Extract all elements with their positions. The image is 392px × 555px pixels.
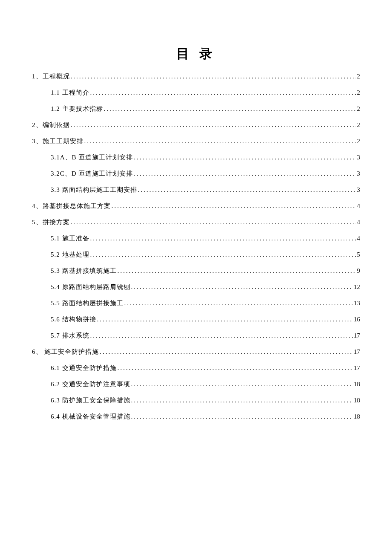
toc-entry: 5.1 施工准备4 [32,233,360,243]
toc-entry: 1.1 工程简介2 [32,87,360,98]
toc-entry-label: 3、施工工期安排 [32,136,84,146]
toc-dot-leader [89,233,356,243]
toc-entry-label: 3.3 路面结构层施工工期安排 [51,185,137,195]
toc-dot-leader [89,249,356,260]
toc-entry: 3.3 路面结构层施工工期安排3 [32,185,360,195]
toc-dot-leader [96,314,353,324]
toc-entry-page: 9 [356,266,360,276]
toc-dot-leader [70,120,356,130]
toc-entry-page: 18 [353,379,360,389]
toc-entry: 5.4 原路面结构层路肩铣刨12 [32,282,360,292]
toc-entry: 6.3 防护施工安全保障措施18 [32,395,360,405]
toc-entry-label: 4、路基拼接总体施工方案 [32,201,111,211]
toc-entry-page: 2 [356,71,360,81]
toc-dot-leader [137,185,356,195]
toc-entry-label: 5.1 施工准备 [51,233,89,243]
toc-entry-label: 5.3 路基拼接填筑施工 [51,266,117,276]
toc-dot-leader [89,87,356,98]
toc-entry-page: 3 [356,185,360,195]
toc-entry-label: 6、 施工安全防护措施 [32,347,99,357]
toc-entry-label: 1、工程概况 [32,71,70,81]
toc-dot-leader [130,379,353,389]
toc-entry: 3.1A、B 匝道施工计划安排3 [32,152,360,162]
toc-dot-leader [117,266,356,276]
toc-entry: 1.2 主要技术指标2 [32,104,360,114]
toc-entry: 2、编制依据2 [32,120,360,130]
toc-entry-label: 1.2 主要技术指标 [51,104,103,114]
toc-entry: 6.1 交通安全防护措施17 [32,363,360,373]
toc-dot-leader [130,395,353,405]
toc-entry-label: 5.6 结构物拼接 [51,314,96,324]
toc-entry-page: 17 [353,347,360,357]
toc-entry-page: 5 [356,249,360,260]
toc-entry: 3、施工工期安排2 [32,136,360,146]
toc-entry-page: 2 [356,104,360,114]
table-of-contents: 1、工程概况21.1 工程简介21.2 主要技术指标22、编制依据23、施工工期… [32,71,360,422]
toc-entry: 5.5 路面结构层拼接施工13 [32,298,360,308]
toc-entry-page: 17 [353,330,360,341]
toc-entry-page: 4 [356,201,360,211]
toc-entry-label: 5.5 路面结构层拼接施工 [51,298,124,308]
toc-dot-leader [130,282,353,292]
toc-dot-leader [103,104,356,114]
toc-entry-label: 6.1 交通安全防护措施 [51,363,117,373]
toc-entry-label: 5.7 排水系统 [51,330,89,341]
top-horizontal-rule [34,30,358,30]
toc-entry-label: 5.2 地基处理 [51,249,89,260]
toc-entry-label: 5、拼接方案 [32,217,70,227]
toc-entry-page: 2 [356,87,360,98]
toc-entry-label: 5.4 原路面结构层路肩铣刨 [51,282,130,292]
toc-entry: 6、 施工安全防护措施17 [32,347,360,357]
toc-entry-page: 2 [356,136,360,146]
toc-entry: 5.3 路基拼接填筑施工9 [32,266,360,276]
toc-dot-leader [133,168,356,179]
toc-entry-page: 18 [353,411,360,422]
toc-dot-leader [124,298,353,308]
toc-entry-page: 13 [353,298,360,308]
toc-dot-leader [111,201,356,211]
toc-entry: 5、拼接方案4 [32,217,360,227]
toc-entry-label: 1.1 工程简介 [51,87,89,98]
toc-entry-page: 16 [353,314,360,324]
toc-entry-label: 6.4 机械设备安全管理措施 [51,411,130,422]
toc-entry-label: 6.2 交通安全防护注意事项 [51,379,130,389]
toc-entry-page: 18 [353,395,360,405]
toc-dot-leader [89,330,353,341]
toc-entry: 6.4 机械设备安全管理措施18 [32,411,360,422]
toc-dot-leader [133,152,356,162]
toc-entry: 5.6 结构物拼接16 [32,314,360,324]
toc-dot-leader [70,71,356,81]
toc-entry-label: 2、编制依据 [32,120,70,130]
toc-entry: 4、路基拼接总体施工方案4 [32,201,360,211]
toc-entry: 5.2 地基处理5 [32,249,360,260]
toc-entry-label: 6.3 防护施工安全保障措施 [51,395,130,405]
document-page: 目 录 1、工程概况21.1 工程简介21.2 主要技术指标22、编制依据23、… [0,0,392,453]
toc-dot-leader [130,411,353,422]
toc-entry: 5.7 排水系统17 [32,330,360,341]
toc-entry-page: 3 [356,152,360,162]
toc-title: 目 录 [32,45,360,63]
toc-entry: 6.2 交通安全防护注意事项 18 [32,379,360,389]
toc-entry-page: 4 [356,233,360,243]
toc-entry-page: 2 [356,120,360,130]
toc-entry-label: 3.2C、D 匝道施工计划安排 [51,168,133,179]
toc-entry-page: 17 [353,363,360,373]
toc-entry-page: 12 [353,282,360,292]
toc-dot-leader [117,363,353,373]
toc-dot-leader [70,217,356,227]
toc-entry-label: 3.1A、B 匝道施工计划安排 [51,152,133,162]
toc-entry-page: 3 [356,168,360,179]
toc-entry: 3.2C、D 匝道施工计划安排3 [32,168,360,179]
toc-entry: 1、工程概况2 [32,71,360,81]
toc-dot-leader [99,347,353,357]
toc-dot-leader [84,136,356,146]
toc-entry-page: 4 [356,217,360,227]
